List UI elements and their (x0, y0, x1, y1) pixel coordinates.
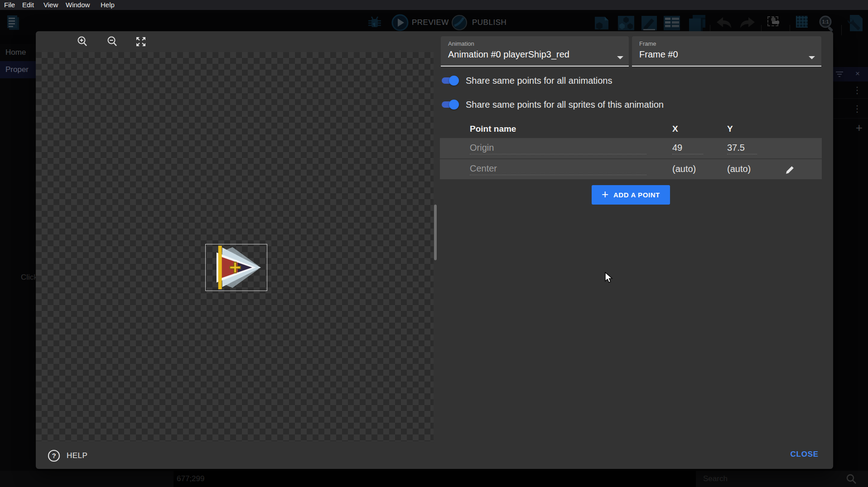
menu-window[interactable]: Window (66, 0, 90, 10)
point-x-field[interactable]: (auto) (672, 164, 703, 175)
sprite-canvas[interactable] (36, 52, 434, 441)
menu-bar: File Edit View Window Help (0, 0, 868, 10)
svg-text:?: ? (52, 452, 56, 459)
point-x-field[interactable]: 49 (672, 143, 703, 154)
zoom-out-button[interactable] (105, 35, 120, 48)
edit-pencil-icon[interactable] (785, 164, 796, 175)
share-points-sprites-row: Share same points for all sprites of thi… (440, 97, 664, 112)
animation-select[interactable]: Animation Animation #0 playerShip3_red (441, 36, 629, 67)
help-label: HELP (67, 451, 87, 460)
share-points-animations-row: Share same points for all animations (440, 73, 612, 88)
add-point-button[interactable]: + ADD A POINT (592, 185, 670, 205)
toggle-label: Share same points for all animations (466, 76, 612, 86)
help-icon: ? (48, 449, 60, 462)
help-button[interactable]: ? HELP (48, 448, 87, 463)
menu-help[interactable]: Help (101, 0, 115, 10)
chevron-down-icon (809, 56, 815, 59)
column-header-name: Point name (470, 124, 516, 134)
app-window: File Edit View Window Help PREVIEW PUBL (0, 0, 868, 487)
column-header-x: X (672, 124, 678, 134)
mouse-cursor (604, 272, 614, 284)
add-point-label: ADD A POINT (613, 191, 660, 199)
zoom-out-icon (106, 36, 118, 48)
share-points-sprites-toggle[interactable] (440, 100, 459, 110)
points-editor-dialog: Animation Animation #0 playerShip3_red F… (36, 31, 833, 469)
zoom-in-button[interactable] (75, 35, 90, 48)
menu-view[interactable]: View (43, 0, 58, 10)
point-y-field[interactable]: (auto) (727, 164, 757, 175)
zoom-in-icon (77, 36, 88, 48)
sprite-frame (205, 244, 267, 291)
point-name-field[interactable]: Origin (470, 143, 646, 154)
player-ship-sprite[interactable] (206, 244, 267, 291)
menu-edit[interactable]: Edit (22, 0, 34, 10)
point-name-field[interactable]: Center (470, 163, 646, 175)
frame-select-label: Frame (639, 40, 815, 47)
toggle-label: Share same points for all sprites of thi… (466, 100, 664, 110)
plus-icon: + (602, 190, 609, 199)
canvas-scrollbar[interactable] (434, 205, 437, 260)
table-row-origin[interactable]: Origin 49 37.5 (440, 138, 822, 158)
zoom-fit-button[interactable] (133, 35, 149, 48)
share-points-animations-toggle[interactable] (440, 76, 459, 86)
close-button[interactable]: CLOSE (790, 450, 819, 459)
animation-select-value: Animation #0 playerShip3_red (448, 49, 622, 60)
point-y-field[interactable]: 37.5 (727, 143, 757, 154)
animation-select-label: Animation (448, 40, 622, 47)
menu-file[interactable]: File (4, 0, 15, 10)
expand-icon (135, 36, 146, 47)
column-header-y: Y (727, 124, 733, 134)
table-row-center[interactable]: Center (auto) (auto) (440, 159, 822, 179)
frame-select[interactable]: Frame Frame #0 (632, 36, 821, 67)
chevron-down-icon (617, 56, 623, 59)
frame-select-value: Frame #0 (639, 49, 815, 60)
